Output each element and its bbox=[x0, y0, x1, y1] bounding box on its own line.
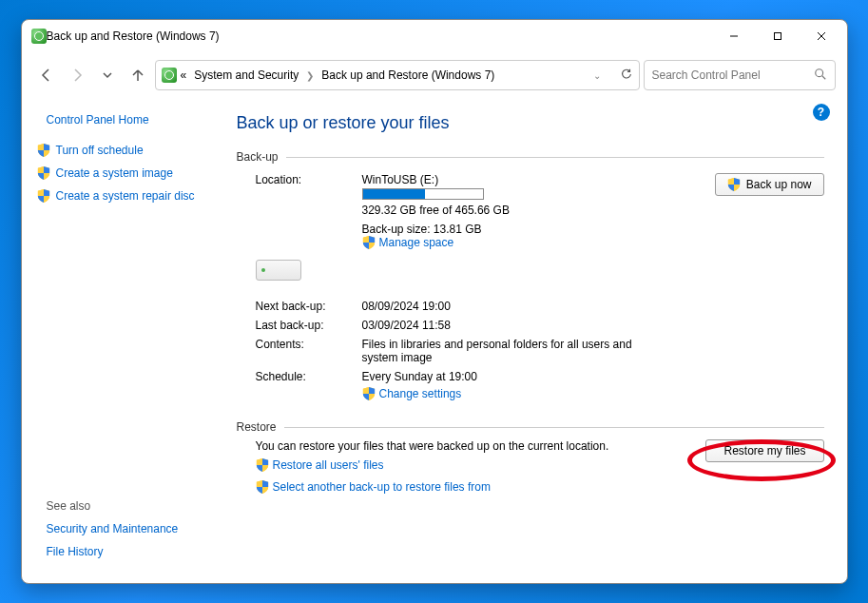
close-button[interactable] bbox=[800, 22, 843, 50]
shield-icon bbox=[37, 189, 50, 203]
control-panel-home-link[interactable]: Control Panel Home bbox=[47, 113, 218, 126]
nav-toolbar: « System and Security ❯ Back up and Rest… bbox=[22, 52, 847, 98]
shield-icon bbox=[37, 166, 50, 180]
main-content: Back up or restore your files Back-up Lo… bbox=[229, 98, 847, 583]
svg-point-4 bbox=[815, 68, 822, 76]
last-backup-value: 03/09/2024 11:58 bbox=[362, 319, 707, 332]
sidebar-file-history[interactable]: File History bbox=[47, 545, 218, 558]
last-backup-label: Last back-up: bbox=[256, 319, 355, 332]
see-also-header: See also bbox=[47, 499, 218, 513]
location-label: Location: bbox=[256, 173, 355, 186]
sidebar-security-maintenance[interactable]: Security and Maintenance bbox=[47, 522, 218, 535]
titlebar: Back up and Restore (Windows 7) bbox=[22, 20, 847, 52]
restore-section: Restore You can restore your files that … bbox=[237, 420, 824, 496]
backup-section: Back-up Location: WinToUSB (E:) 329.32 G… bbox=[237, 150, 824, 403]
shield-icon bbox=[362, 387, 376, 400]
search-icon bbox=[814, 68, 827, 84]
address-bar[interactable]: « System and Security ❯ Back up and Rest… bbox=[155, 60, 640, 90]
change-settings-link[interactable]: Change settings bbox=[362, 387, 462, 400]
search-input[interactable]: Search Control Panel bbox=[644, 60, 836, 90]
next-backup-label: Next back-up: bbox=[256, 300, 355, 313]
svg-rect-1 bbox=[774, 33, 781, 40]
control-panel-window: Back up and Restore (Windows 7) bbox=[21, 19, 848, 584]
back-button[interactable] bbox=[33, 62, 60, 88]
shield-icon bbox=[727, 178, 741, 191]
location-value: WinToUSB (E:) bbox=[362, 173, 707, 186]
breadcrumb-item[interactable]: Back up and Restore (Windows 7) bbox=[318, 67, 498, 84]
restore-my-files-button[interactable]: Restore my files bbox=[705, 439, 823, 462]
up-button[interactable] bbox=[125, 62, 151, 88]
free-space-text: 329.32 GB free of 465.66 GB bbox=[362, 204, 707, 217]
backup-size-text: Back-up size: 13.81 GB bbox=[362, 223, 707, 236]
svg-line-5 bbox=[821, 75, 825, 79]
sidebar: Control Panel Home Turn off schedule Cre… bbox=[22, 98, 229, 583]
addressbar-icon bbox=[162, 68, 177, 83]
next-backup-value: 08/09/2024 19:00 bbox=[362, 300, 707, 313]
select-another-backup-link[interactable]: Select another back-up to restore files … bbox=[256, 480, 491, 494]
help-icon[interactable]: ? bbox=[813, 104, 830, 121]
forward-button[interactable] bbox=[64, 62, 90, 88]
backup-now-button[interactable]: Back up now bbox=[715, 173, 824, 196]
page-heading: Back up or restore your files bbox=[237, 113, 824, 133]
sidebar-create-repair-disc[interactable]: Create a system repair disc bbox=[37, 189, 218, 203]
drive-icon bbox=[256, 260, 301, 281]
disk-usage-bar bbox=[362, 188, 484, 200]
app-icon bbox=[31, 29, 47, 44]
restore-text: You can restore your files that were bac… bbox=[256, 439, 687, 453]
breadcrumb-item[interactable]: System and Security bbox=[190, 67, 302, 84]
backup-legend: Back-up bbox=[237, 150, 286, 164]
shield-icon bbox=[256, 458, 269, 472]
shield-icon bbox=[256, 480, 269, 494]
breadcrumb-prefix: « bbox=[181, 68, 187, 82]
window-title: Back up and Restore (Windows 7) bbox=[47, 29, 712, 43]
restore-legend: Restore bbox=[237, 420, 284, 434]
recent-dropdown-button[interactable] bbox=[94, 62, 121, 88]
manage-space-link[interactable]: Manage space bbox=[362, 236, 454, 249]
chevron-down-icon[interactable]: ⌄ bbox=[593, 70, 601, 81]
contents-value: Files in libraries and personal folders … bbox=[362, 338, 666, 364]
search-placeholder: Search Control Panel bbox=[652, 68, 814, 82]
refresh-button[interactable] bbox=[620, 68, 633, 84]
sidebar-turn-off-schedule[interactable]: Turn off schedule bbox=[37, 144, 218, 157]
maximize-button[interactable] bbox=[756, 22, 800, 50]
chevron-right-icon: ❯ bbox=[306, 70, 314, 81]
shield-icon bbox=[37, 144, 50, 157]
shield-icon bbox=[362, 236, 376, 249]
schedule-label: Schedule: bbox=[256, 370, 355, 383]
contents-label: Contents: bbox=[256, 338, 355, 351]
schedule-value: Every Sunday at 19:00 bbox=[362, 370, 707, 383]
minimize-button[interactable] bbox=[712, 22, 756, 50]
sidebar-create-system-image[interactable]: Create a system image bbox=[37, 166, 218, 180]
restore-all-users-link[interactable]: Restore all users' files bbox=[256, 458, 384, 472]
